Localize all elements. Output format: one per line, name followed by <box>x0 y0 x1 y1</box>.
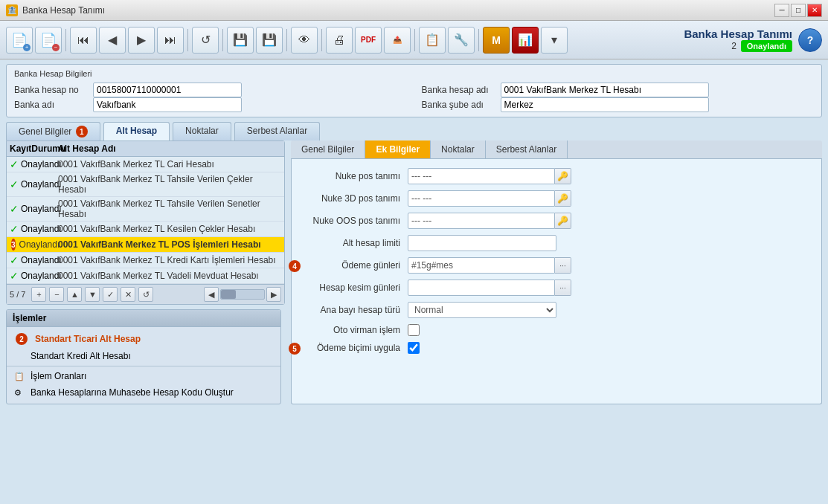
list-item[interactable]: ✓Onaylandı 0001 VakıfBank Merkez TL Tahs… <box>7 197 284 222</box>
sube-adi-input[interactable] <box>501 97 709 112</box>
islemler-title: İşlemler <box>7 310 280 327</box>
save2-button[interactable]: 💾 <box>256 27 283 54</box>
islemler-divider <box>7 366 280 366</box>
tab-noktalar[interactable]: Noktalar <box>173 122 231 140</box>
nuke-oos-pos-row: Nuke OOS pos tanımı 🔑 <box>304 213 809 229</box>
right-tab-noktalar[interactable]: Noktalar <box>431 140 486 158</box>
odeme-gunleri-input-group: ··· <box>408 257 571 274</box>
list-cancel-btn[interactable]: ✕ <box>121 287 135 302</box>
islemler-items: 2 Standart Ticari Alt Hesap Standart Kre… <box>7 327 280 404</box>
list-item[interactable]: ✓Onaylandı 0001 VakıfBank Merkez TL Cari… <box>7 157 284 172</box>
main-content: Banka Hesap Bilgileri Banka hesap no Ban… <box>0 59 828 504</box>
islemler-item-muhasebe[interactable]: ⚙ Banka Hesaplarına Muhasebe Hesap Kodu … <box>7 384 280 401</box>
hesap-kesim-input-group: ··· <box>408 280 571 296</box>
oto-virman-checkbox[interactable] <box>408 324 420 336</box>
ana-bayi-select[interactable]: Normal Özel <box>408 302 556 318</box>
sep5 <box>321 29 322 51</box>
odeme-bicimi-label: 5 Ödeme biçimi uygula <box>304 343 408 353</box>
col-header-name: Alt Hesap Adı <box>58 143 281 154</box>
refresh-button[interactable]: ↺ <box>192 27 219 54</box>
status-badge: Onaylandı <box>741 40 792 52</box>
list-item[interactable]: ✓Onaylandı 0001 VakıfBank Merkez TL Vade… <box>7 268 284 284</box>
list-item-selected[interactable]: 3Onaylandı 0001 VakıfBank Merkez TL POS … <box>7 237 284 253</box>
hesap-kesim-input[interactable] <box>408 280 555 296</box>
settings-button[interactable]: 🔧 <box>448 27 475 54</box>
app-icon: 🏦 <box>6 4 18 16</box>
bank-hesap-adi-input[interactable] <box>501 83 709 97</box>
main-tabs-container: Genel Bilgiler 1 Alt Hesap Noktalar Serb… <box>6 122 822 140</box>
close-button[interactable]: ✕ <box>807 4 822 17</box>
list-item[interactable]: ✓Onaylandı 0001 VakıfBank Merkez TL Kred… <box>7 253 284 268</box>
tab-genel-bilgiler[interactable]: Genel Bilgiler 1 <box>6 122 100 140</box>
odeme-bicimi-checkbox[interactable] <box>408 342 420 354</box>
window-controls: ─ □ ✕ <box>774 4 822 17</box>
delete-button[interactable]: 📄 − <box>35 27 62 54</box>
list-check-btn[interactable]: ✓ <box>103 287 118 302</box>
nuke-3d-pos-input[interactable] <box>408 190 555 207</box>
special-m-button[interactable]: M <box>483 27 510 54</box>
main-tabs: Genel Bilgiler 1 Alt Hesap Noktalar Serb… <box>6 122 320 140</box>
sep3 <box>222 29 223 51</box>
bank-hesap-no-label: Banka hesap no <box>14 85 89 95</box>
nuke-oos-pos-btn[interactable]: 🔑 <box>555 213 571 229</box>
first-button[interactable]: ⏮ <box>70 27 97 54</box>
right-tab-serbest[interactable]: Serbest Alanlar <box>486 140 568 158</box>
minimize-button[interactable]: ─ <box>774 4 789 17</box>
toolbar-right: Banka Hesap Tanımı 2 Onaylandı ? <box>684 28 822 52</box>
nuke-pos-btn[interactable]: 🔑 <box>555 168 571 184</box>
islemler-panel: İşlemler 2 Standart Ticari Alt Hesap Sta… <box>6 309 281 404</box>
list-up-btn[interactable]: ▲ <box>67 287 82 302</box>
nuke-3d-pos-btn[interactable]: 🔑 <box>555 190 571 207</box>
islemler-item-standart-kredi[interactable]: Standart Kredi Alt Hesabı <box>7 348 280 364</box>
nuke-oos-pos-input-group: 🔑 <box>408 213 571 229</box>
scrollbar[interactable] <box>220 289 265 300</box>
extra-button[interactable]: ▾ <box>541 27 568 54</box>
sep7 <box>478 29 479 51</box>
list-down-btn[interactable]: ▼ <box>85 287 100 302</box>
banka-adi-col: Banka adı <box>14 97 407 112</box>
nuke-pos-input[interactable] <box>408 168 555 184</box>
alt-hesap-limiti-input[interactable] <box>408 235 556 251</box>
islemler-item-islem-oranlari[interactable]: 📋 İşlem Oranları <box>7 368 280 384</box>
pdf-button[interactable]: PDF <box>355 27 382 54</box>
alt-hesap-limiti-row: Alt hesap limiti <box>304 235 809 251</box>
list-refresh-btn[interactable]: ↺ <box>138 287 153 302</box>
sube-adi-col: Banka şube adı <box>422 97 815 112</box>
sep1 <box>65 29 66 51</box>
odeme-gunleri-dots-btn[interactable]: ··· <box>555 257 571 274</box>
list-header: KayıtDurumu Alt Hesap Adı <box>7 141 284 157</box>
nuke-3d-pos-input-group: 🔑 <box>408 190 571 207</box>
list-item[interactable]: ✓Onaylandı 0001 VakıfBank Merkez TL Tahs… <box>7 172 284 197</box>
next-button[interactable]: ▶ <box>128 27 155 54</box>
odeme-gunleri-input[interactable] <box>408 257 555 274</box>
save-button[interactable]: 💾 <box>227 27 254 54</box>
bank-hesap-no-input[interactable] <box>93 83 242 97</box>
scroll-right-btn[interactable]: ▶ <box>266 287 281 302</box>
islemler-item-standart-ticari[interactable]: 2 Standart Ticari Alt Hesap <box>7 330 280 348</box>
left-side: KayıtDurumu Alt Hesap Adı ✓Onaylandı 000… <box>6 140 285 404</box>
banka-adi-input[interactable] <box>93 97 242 112</box>
last-button[interactable]: ⏭ <box>157 27 184 54</box>
export-button[interactable]: 📤 <box>384 27 411 54</box>
list-item[interactable]: ✓Onaylandı 0001 VakıfBank Merkez TL Kesi… <box>7 222 284 237</box>
right-tab-ek[interactable]: Ek Bilgiler <box>365 140 431 158</box>
right-tab-genel[interactable]: Genel Bilgiler <box>291 140 365 158</box>
list-add-btn[interactable]: + <box>31 287 46 302</box>
prev-button[interactable]: ◀ <box>99 27 126 54</box>
maximize-button[interactable]: □ <box>791 4 806 17</box>
tab-serbest-alanlar[interactable]: Serbest Alanlar <box>234 122 320 140</box>
banka-adi-label: Banka adı <box>14 100 89 110</box>
scroll-left-btn[interactable]: ◀ <box>204 287 219 302</box>
bank-info-row1: Banka hesap no Banka hesap adı <box>14 83 814 97</box>
tab-alt-hesap[interactable]: Alt Hesap <box>103 122 170 140</box>
help-button[interactable]: ? <box>798 28 822 52</box>
hesap-kesim-dots-btn[interactable]: ··· <box>555 280 571 296</box>
preview-button[interactable]: 👁 <box>291 27 318 54</box>
nuke-oos-pos-input[interactable] <box>408 213 555 229</box>
add-button[interactable]: 📄 + <box>6 27 33 54</box>
print-button[interactable]: 🖨 <box>326 27 353 54</box>
report-button[interactable]: 📊 <box>512 27 539 54</box>
hesap-kesim-label: Hesap kesim günleri <box>304 282 408 293</box>
list-remove-btn[interactable]: − <box>49 287 64 302</box>
filter-button[interactable]: 📋 <box>419 27 446 54</box>
